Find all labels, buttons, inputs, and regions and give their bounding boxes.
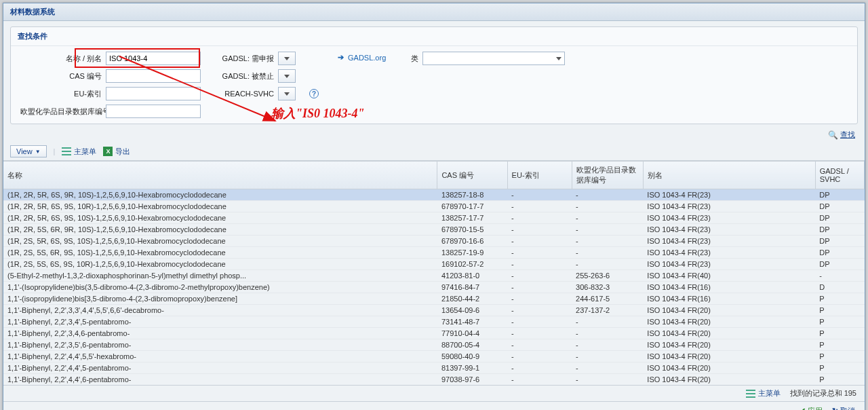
table-row[interactable]: (1R, 2R, 5R, 6S, 9S, 10S)-1,2,5,6,9,10-H… xyxy=(3,212,865,224)
help-icon[interactable]: ? xyxy=(309,89,319,98)
table-cell: - xyxy=(572,247,643,259)
window-title: 材料数据系统 xyxy=(3,3,865,21)
col-alias[interactable]: 别名 xyxy=(643,162,815,189)
table-cell: - xyxy=(572,362,643,374)
dropdown-gadsl-prohibit[interactable] xyxy=(278,69,296,83)
table-row[interactable]: 1,1'-Biphenyl, 2,2',3,4,6-pentabromo-779… xyxy=(3,328,865,339)
input-name-alias[interactable] xyxy=(106,52,201,65)
dropdown-reach-svhc[interactable] xyxy=(278,87,296,100)
table-row[interactable]: (1R, 2R, 5R, 6S, 9R, 10S)-1,2,5,6,9,10-H… xyxy=(3,189,865,201)
col-name[interactable]: 名称 xyxy=(3,162,437,189)
table-row[interactable]: 1,1'-(isopropylidene)bis[3,5-dibromo-4-(… xyxy=(3,293,865,305)
table-cell: P xyxy=(815,305,864,316)
table-cell: ISO 1043-4 FR(23) xyxy=(643,236,815,247)
table-cell: ISO 1043-4 FR(20) xyxy=(643,339,815,351)
table-cell: P xyxy=(815,328,864,339)
cancel-button[interactable]: ↻ 取消 xyxy=(832,406,855,410)
table-row[interactable]: (1R, 2S, 5S, 6S, 9S, 10R)-1,2,5,6,9,10-H… xyxy=(3,259,865,270)
results-grid[interactable]: 名称 CAS 编号 EU-索引 欧盟化学品目录数据库编号 别名 GADSL / … xyxy=(3,161,865,385)
table-cell: - xyxy=(572,189,643,201)
table-cell: DP xyxy=(815,236,864,247)
table-cell: (1R, 2S, 5S, 6S, 9S, 10R)-1,2,5,6,9,10-H… xyxy=(3,259,437,270)
table-cell: - xyxy=(507,259,572,270)
refresh-icon: ↻ xyxy=(832,407,838,410)
col-eu-index[interactable]: EU-索引 xyxy=(507,162,572,189)
table-row[interactable]: 1,1'-Biphenyl, 2,2',4,4',6-pentabromo-97… xyxy=(3,374,865,386)
table-cell: 1,1'-Biphenyl, 2,2',3,5',6-pentabromo- xyxy=(3,339,437,351)
table-cell: 1,1'-Biphenyl, 2,2',4,4',5,5'-hexabromo- xyxy=(3,351,437,362)
table-cell: 1,1'-Biphenyl, 2,2',3,4,6-pentabromo- xyxy=(3,328,437,339)
table-cell: 678970-15-5 xyxy=(437,224,507,236)
table-cell: ISO 1043-4 FR(23) xyxy=(643,259,815,270)
input-eu-index[interactable] xyxy=(106,87,201,100)
search-button[interactable]: 查找 xyxy=(840,130,855,140)
record-count-label: 找到的记录总和 195 xyxy=(790,388,856,398)
apply-button[interactable]: ✔ 应用 xyxy=(800,406,823,410)
input-eu-chem-no[interactable] xyxy=(106,105,201,118)
table-cell: - xyxy=(507,212,572,224)
table-row[interactable]: (1R, 2R, 5R, 6S, 9S, 10R)-1,2,5,6,9,10-H… xyxy=(3,201,865,212)
table-cell: 88700-05-4 xyxy=(437,339,507,351)
table-cell: DP xyxy=(815,247,864,259)
table-cell: - xyxy=(507,282,572,293)
table-cell: - xyxy=(507,362,572,374)
table-cell: - xyxy=(507,328,572,339)
status-bar: 主菜单 找到的记录总和 195 xyxy=(3,385,865,401)
table-cell: 138257-19-9 xyxy=(437,247,507,259)
table-cell: ISO 1043-4 FR(20) xyxy=(643,305,815,316)
table-cell: 1,1'-Biphenyl, 2,2',4,4',5-pentabromo- xyxy=(3,362,437,374)
table-cell: DP xyxy=(815,189,864,201)
table-cell: 97416-84-7 xyxy=(437,282,507,293)
table-row[interactable]: (1R, 2S, 5S, 6R, 9S, 10S)-1,2,5,6,9,10-H… xyxy=(3,247,865,259)
table-row[interactable]: 1,1'-Biphenyl, 2,2',4,4',5,5'-hexabromo-… xyxy=(3,351,865,362)
table-row[interactable]: (1R, 2S, 5R, 6S, 9S, 10S)-1,2,5,6,9,10-H… xyxy=(3,236,865,247)
table-cell: - xyxy=(507,374,572,386)
export-button[interactable]: X 导出 xyxy=(103,147,130,157)
table-cell: 1,1'-Biphenyl, 2,2',4,4',6-pentabromo- xyxy=(3,374,437,386)
table-cell: - xyxy=(507,201,572,212)
table-row[interactable]: 1,1'-Biphenyl, 2,2',3,3',4,4',5,5',6,6'-… xyxy=(3,305,865,316)
table-cell: - xyxy=(572,259,643,270)
bottom-main-menu-button[interactable]: 主菜单 xyxy=(746,388,781,398)
table-cell: ISO 1043-4 FR(20) xyxy=(643,351,815,362)
table-cell: 678970-17-7 xyxy=(437,201,507,212)
input-cas-no[interactable] xyxy=(106,69,201,83)
col-eu-chem[interactable]: 欧盟化学品目录数据库编号 xyxy=(572,162,643,189)
table-row[interactable]: 1,1'-(Isopropylidene)bis(3,5-dibromo-4-(… xyxy=(3,282,865,293)
table-row[interactable]: 1,1'-Biphenyl, 2,2',4,4',5-pentabromo-81… xyxy=(3,362,865,374)
table-cell: - xyxy=(507,224,572,236)
col-cas[interactable]: CAS 编号 xyxy=(437,162,507,189)
table-cell: 678970-16-6 xyxy=(437,236,507,247)
search-icon: 🔍 xyxy=(828,130,838,140)
annotation-text: 输入"IS0 1043-4" xyxy=(271,105,365,122)
table-row[interactable]: 1,1'-Biphenyl, 2,2',3,4',5-pentabromo-73… xyxy=(3,316,865,328)
label-reach-svhc: REACH-SVHC xyxy=(220,90,274,98)
table-cell: - xyxy=(572,351,643,362)
table-cell: 1,1'-Biphenyl, 2,2',3,3',4,4',5,5',6,6'-… xyxy=(3,305,437,316)
table-row[interactable]: (1R, 2R, 5S, 6R, 9R, 10S)-1,2,5,6,9,10-H… xyxy=(3,224,865,236)
table-cell: - xyxy=(507,189,572,201)
col-gadsl-svhc[interactable]: GADSL / SVHC xyxy=(815,162,864,189)
table-cell: P xyxy=(815,293,864,305)
label-name-alias: 名称 / 别名 xyxy=(20,54,102,64)
menu-icon xyxy=(62,147,71,155)
label-gadsl-prohibit: GADSL: 被禁止 xyxy=(220,71,274,81)
table-cell: ISO 1043-4 FR(23) xyxy=(643,224,815,236)
table-cell: (1R, 2R, 5R, 6S, 9S, 10R)-1,2,5,6,9,10-H… xyxy=(3,201,437,212)
main-menu-button[interactable]: 主菜单 xyxy=(62,147,96,157)
table-cell: - xyxy=(507,247,572,259)
table-cell: P xyxy=(815,351,864,362)
view-button[interactable]: View ▼ xyxy=(10,145,47,157)
table-cell: - xyxy=(507,305,572,316)
dropdown-gadsl-report[interactable] xyxy=(278,52,296,65)
label-gadsl-report: GADSL: 需申报 xyxy=(220,54,274,64)
link-gadsl-org[interactable]: GADSL.org xyxy=(348,54,386,62)
table-cell: - xyxy=(507,236,572,247)
table-cell: (5-Ethyl-2-methyl-1,3,2-dioxaphosphorina… xyxy=(3,270,437,282)
select-category[interactable] xyxy=(422,52,565,65)
table-row[interactable]: (5-Ethyl-2-methyl-1,3,2-dioxaphosphorina… xyxy=(3,270,865,282)
label-eu-index: EU-索引 xyxy=(20,89,102,99)
search-conditions-panel: 查找条件 名称 / 别名 CAS 编号 EU-索引 欧盟化学品目录数据库编号 xyxy=(10,26,858,124)
table-cell: - xyxy=(572,201,643,212)
table-row[interactable]: 1,1'-Biphenyl, 2,2',3,5',6-pentabromo-88… xyxy=(3,339,865,351)
